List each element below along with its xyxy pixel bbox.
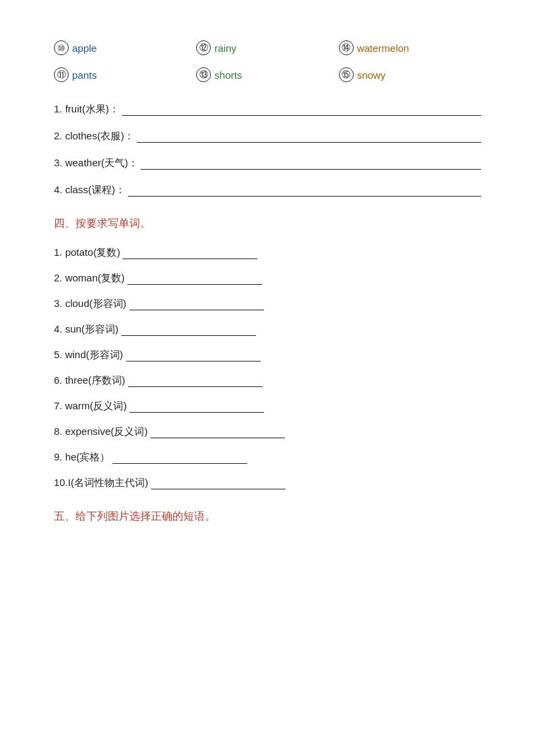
fill-label: 2. clothes(衣服)： xyxy=(54,130,134,143)
word-form-row: 6. three(序数词) xyxy=(54,372,481,387)
vocab-word: rainy xyxy=(214,42,237,54)
vocab-item: ⑭watermelon xyxy=(339,40,481,55)
word-form-line[interactable] xyxy=(126,347,261,362)
fill-row: 4. class(课程)： xyxy=(54,182,481,197)
vocab-grid: ⑩apple⑫rainy⑭watermelon⑪pants⑬shorts⑮sno… xyxy=(54,40,481,82)
vocab-item: ⑫rainy xyxy=(196,40,338,55)
vocab-word: watermelon xyxy=(357,42,410,54)
word-form-line[interactable] xyxy=(129,296,264,310)
section4-title: 四、按要求写单词。 xyxy=(54,217,481,231)
word-form-row: 7. warm(反义词) xyxy=(54,398,481,413)
fill-label: 4. class(课程)： xyxy=(54,184,125,197)
vocab-num: ⑩ xyxy=(54,40,69,55)
section5: 五、给下列图片选择正确的短语。 xyxy=(54,510,481,524)
word-form-label: 9. he(宾格） xyxy=(54,451,110,464)
vocab-item: ⑩apple xyxy=(54,40,196,55)
word-form-line[interactable] xyxy=(127,270,262,285)
word-form-row: 10.I(名词性物主代词) xyxy=(54,475,481,489)
fill-section: 1. fruit(水果)：2. clothes(衣服)：3. weather(天… xyxy=(54,101,481,197)
word-form-line[interactable] xyxy=(129,398,264,413)
section5-title: 五、给下列图片选择正确的短语。 xyxy=(54,510,481,524)
fill-row: 2. clothes(衣服)： xyxy=(54,128,481,143)
word-form-row: 2. woman(复数) xyxy=(54,270,481,285)
word-form-line[interactable] xyxy=(121,321,256,336)
word-form-line[interactable] xyxy=(151,475,286,489)
word-form-label: 6. three(序数词) xyxy=(54,374,125,387)
vocab-word: apple xyxy=(72,42,97,54)
word-form-row: 5. wind(形容词) xyxy=(54,347,481,362)
word-form-label: 2. woman(复数) xyxy=(54,272,125,285)
word-form-label: 3. cloud(形容词) xyxy=(54,298,127,310)
word-form-label: 4. sun(形容词) xyxy=(54,323,119,336)
word-form-section: 四、按要求写单词。 1. potato(复数)2. woman(复数)3. cl… xyxy=(54,217,481,489)
word-form-line[interactable] xyxy=(150,423,285,438)
word-form-label: 8. expensive(反义词) xyxy=(54,425,148,438)
fill-line[interactable] xyxy=(141,155,481,170)
word-form-label: 10.I(名词性物主代词) xyxy=(54,477,148,489)
word-form-line[interactable] xyxy=(128,372,263,387)
vocab-num: ⑬ xyxy=(196,67,211,82)
fill-label: 1. fruit(水果)： xyxy=(54,103,119,116)
word-form-label: 1. potato(复数) xyxy=(54,246,120,259)
vocab-word: snowy xyxy=(357,69,386,81)
fill-row: 1. fruit(水果)： xyxy=(54,101,481,116)
vocab-word: pants xyxy=(72,69,97,81)
word-form-row: 9. he(宾格） xyxy=(54,449,481,464)
word-form-label: 5. wind(形容词) xyxy=(54,349,123,362)
vocab-num: ⑫ xyxy=(196,40,211,55)
vocab-num: ⑭ xyxy=(339,40,354,55)
vocab-num: ⑮ xyxy=(339,67,354,82)
word-form-row: 3. cloud(形容词) xyxy=(54,296,481,310)
word-form-line[interactable] xyxy=(123,244,257,259)
word-form-row: 4. sun(形容词) xyxy=(54,321,481,336)
vocab-num: ⑪ xyxy=(54,67,69,82)
vocab-item: ⑪pants xyxy=(54,67,196,82)
fill-line[interactable] xyxy=(128,182,481,197)
word-form-label: 7. warm(反义词) xyxy=(54,400,127,413)
word-form-row: 1. potato(复数) xyxy=(54,244,481,259)
word-form-line[interactable] xyxy=(113,449,247,464)
fill-label: 3. weather(天气)： xyxy=(54,157,138,170)
word-form-row: 8. expensive(反义词) xyxy=(54,423,481,438)
fill-line[interactable] xyxy=(137,128,481,143)
vocab-word: shorts xyxy=(214,69,242,81)
vocab-item: ⑬shorts xyxy=(196,67,338,82)
fill-line[interactable] xyxy=(122,101,481,116)
fill-row: 3. weather(天气)： xyxy=(54,155,481,170)
vocab-item: ⑮snowy xyxy=(339,67,481,82)
